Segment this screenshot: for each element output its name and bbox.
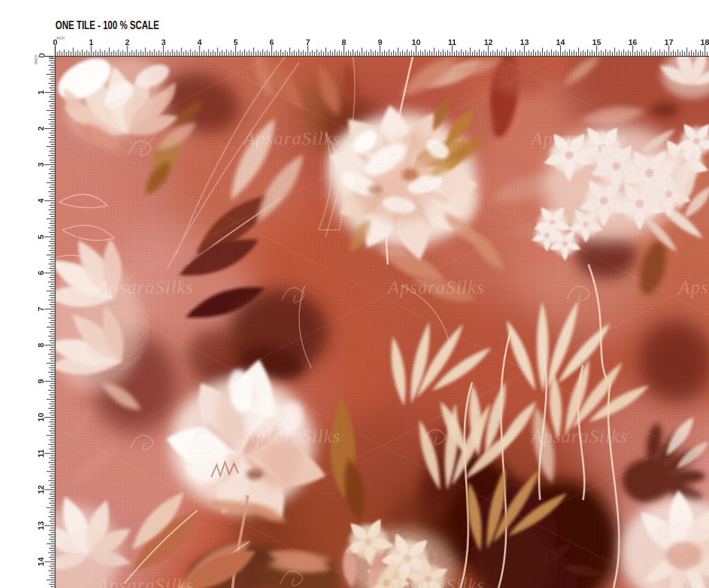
svg-text:ApsaraSilks: ApsaraSilks bbox=[677, 277, 709, 298]
svg-text:9: 9 bbox=[37, 379, 45, 383]
svg-text:ApsaraSilks: ApsaraSilks bbox=[96, 575, 194, 588]
svg-text:ApsaraSilks: ApsaraSilks bbox=[386, 575, 485, 588]
svg-text:18: 18 bbox=[701, 38, 709, 46]
svg-text:ApsaraSilks: ApsaraSilks bbox=[96, 277, 194, 298]
svg-text:2: 2 bbox=[37, 126, 45, 130]
svg-text:8: 8 bbox=[341, 38, 346, 46]
svg-text:2: 2 bbox=[125, 38, 129, 46]
svg-text:11: 11 bbox=[37, 449, 45, 458]
svg-text:1: 1 bbox=[89, 38, 94, 46]
svg-text:14: 14 bbox=[556, 38, 565, 46]
svg-text:INCH: INCH bbox=[57, 37, 64, 40]
svg-text:ApsaraSilks: ApsaraSilks bbox=[386, 277, 485, 298]
svg-text:15: 15 bbox=[592, 38, 601, 46]
svg-text:13: 13 bbox=[520, 38, 529, 46]
svg-text:6: 6 bbox=[37, 271, 45, 275]
svg-text:7: 7 bbox=[305, 38, 309, 46]
svg-text:13: 13 bbox=[37, 522, 45, 531]
svg-text:16: 16 bbox=[628, 38, 637, 46]
svg-text:10: 10 bbox=[37, 413, 45, 422]
svg-text:5: 5 bbox=[233, 38, 238, 46]
svg-text:12: 12 bbox=[37, 485, 45, 495]
svg-text:INCH: INCH bbox=[34, 55, 38, 64]
svg-text:ApsaraSilks: ApsaraSilks bbox=[242, 128, 341, 149]
svg-text:1: 1 bbox=[37, 90, 45, 95]
svg-text:14: 14 bbox=[37, 557, 45, 566]
svg-text:ApsaraSilks: ApsaraSilks bbox=[530, 426, 628, 447]
svg-text:3: 3 bbox=[161, 38, 165, 46]
svg-text:17: 17 bbox=[665, 38, 674, 46]
svg-text:ApsaraSilks: ApsaraSilks bbox=[530, 128, 628, 149]
svg-text:4: 4 bbox=[37, 198, 45, 203]
svg-text:ApsaraSilks: ApsaraSilks bbox=[677, 575, 709, 588]
svg-text:0: 0 bbox=[48, 55, 54, 59]
svg-text:12: 12 bbox=[484, 38, 493, 46]
svg-text:9: 9 bbox=[378, 38, 382, 46]
svg-text:4: 4 bbox=[197, 38, 202, 46]
svg-text:6: 6 bbox=[269, 38, 273, 46]
svg-text:10: 10 bbox=[412, 38, 421, 46]
svg-text:8: 8 bbox=[37, 343, 45, 348]
svg-text:ApsaraSilks: ApsaraSilks bbox=[242, 426, 341, 447]
svg-text:3: 3 bbox=[37, 162, 45, 166]
svg-text:7: 7 bbox=[37, 307, 45, 311]
svg-text:11: 11 bbox=[448, 38, 457, 46]
svg-text:5: 5 bbox=[37, 234, 45, 239]
